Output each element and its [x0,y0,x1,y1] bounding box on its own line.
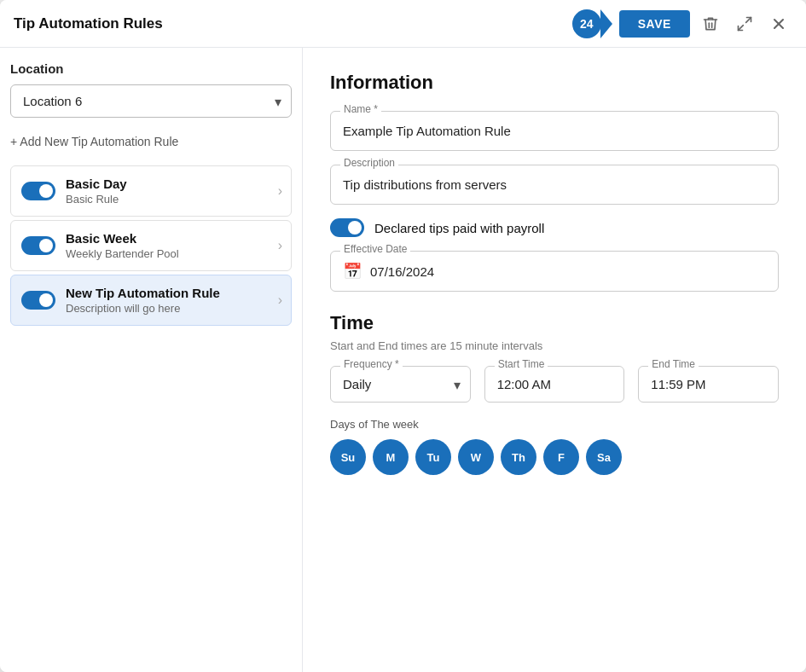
day-button[interactable]: W [458,439,494,475]
title-bar: Tip Automation Rules 24 SAVE [0,0,806,48]
rule-text: New Tip Automation Rule Description will… [66,286,268,315]
detail-panel: Information Name * Description Declared … [303,48,806,672]
main-content: Location Location 6 ▾ + Add New Tip Auto… [0,48,806,672]
rule-item[interactable]: Basic Week Weekly Bartender Pool › [10,220,292,271]
effective-date-value: 07/16/2024 [370,264,434,279]
time-fields: Frequency * Daily ▾ Start Time End Time [330,366,779,403]
description-form-group: Description [330,165,779,205]
frequency-label: Frequency * [340,358,403,370]
day-button[interactable]: F [543,439,579,475]
end-time-input[interactable] [638,366,779,403]
day-button[interactable]: Sa [586,439,622,475]
day-button[interactable]: Tu [415,439,451,475]
effective-date-wrap: Effective Date 📅 07/16/2024 [330,251,779,292]
start-time-input[interactable] [484,366,625,403]
badge-number: 24 [572,9,601,38]
rule-text: Basic Week Weekly Bartender Pool [66,231,268,260]
effective-date-label: Effective Date [340,243,410,255]
save-button[interactable]: SAVE [619,10,690,38]
rule-toggle-basic-week[interactable] [21,236,55,255]
name-form-group: Name * [330,111,779,151]
badge-arrow-shape [600,9,612,38]
delete-button[interactable] [697,10,724,38]
chevron-right-icon: › [278,238,282,253]
days-label: Days of The week [330,418,779,431]
rule-desc: Basic Rule [66,193,268,206]
calendar-icon: 📅 [343,262,362,281]
day-button[interactable]: Su [330,439,366,475]
trash-icon [702,15,719,32]
rule-toggle-basic-day[interactable] [21,182,55,200]
rule-text: Basic Day Basic Rule [66,177,268,206]
chevron-right-icon: › [278,183,282,199]
expand-button[interactable] [731,10,758,38]
frequency-select[interactable]: Daily [330,366,471,403]
close-button[interactable] [765,10,792,38]
rule-name: Basic Day [66,177,268,191]
step-badge: 24 [572,9,612,38]
name-input[interactable] [330,111,779,151]
rule-item[interactable]: Basic Day Basic Rule › [10,165,292,217]
title-bar-actions: 24 SAVE [572,9,792,38]
add-rule-button[interactable]: + Add New Tip Automation Rule [10,131,178,152]
frequency-field-wrap: Frequency * Daily ▾ [330,366,471,403]
day-button[interactable]: Th [501,439,536,475]
location-select[interactable]: Location 6 [10,84,292,118]
time-section-title: Time [330,312,779,334]
close-icon [770,15,787,32]
window-title: Tip Automation Rules [14,15,572,32]
rule-name: New Tip Automation Rule [66,286,268,300]
declared-tips-row: Declared tips paid with payroll [330,218,779,237]
start-time-field-wrap: Start Time [484,366,625,403]
start-time-label: Start Time [495,358,548,370]
info-section-title: Information [330,72,779,94]
location-select-wrap: Location 6 ▾ [10,84,292,118]
end-time-field-wrap: End Time [638,366,779,403]
toggle-slider [21,182,55,200]
end-time-label: End Time [648,358,699,370]
rule-desc: Description will go here [66,302,268,315]
expand-icon [736,15,753,32]
svg-line-0 [746,17,751,22]
toggle-slider [330,218,364,237]
description-input[interactable] [330,165,779,205]
effective-date-field[interactable]: 📅 07/16/2024 [330,251,779,292]
time-subtitle: Start and End times are 15 minute interv… [330,339,779,352]
day-button[interactable]: M [373,439,409,475]
description-label: Description [340,157,398,169]
rule-name: Basic Week [66,231,268,246]
toggle-slider [21,291,55,310]
days-row: SuMTuWThFSa [330,439,779,475]
rule-desc: Weekly Bartender Pool [66,247,268,260]
rule-toggle-new-tip[interactable] [21,291,55,310]
declared-tips-toggle[interactable] [330,218,364,237]
rule-item[interactable]: New Tip Automation Rule Description will… [10,275,292,326]
rule-list: Basic Day Basic Rule › Basic Week Weekly… [10,165,292,326]
sidebar: Location Location 6 ▾ + Add New Tip Auto… [0,48,303,672]
location-label: Location [10,61,292,76]
app-window: Tip Automation Rules 24 SAVE [0,0,806,672]
name-label: Name * [340,103,381,115]
svg-line-1 [739,25,744,30]
chevron-right-icon: › [278,293,282,308]
declared-tips-label: Declared tips paid with payroll [374,221,544,235]
toggle-slider [21,236,55,255]
